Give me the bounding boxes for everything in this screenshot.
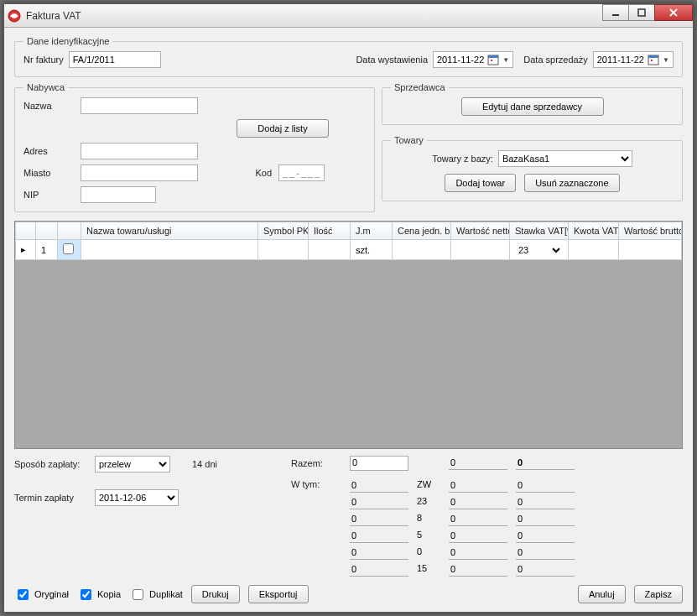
payment-term-label: Termin zapłaty (14, 493, 90, 503)
kopia-check-input[interactable] (81, 589, 91, 600)
cell-unit[interactable]: szt. (351, 240, 393, 260)
col-vat-amount[interactable]: Kwota VAT (569, 222, 619, 240)
svg-rect-4 (488, 55, 498, 58)
buyer-city-label: Miasto (23, 168, 74, 178)
buyer-city-input[interactable] (81, 164, 198, 181)
payment-term-picker[interactable]: 2011-12-06 (95, 489, 179, 506)
remove-goods-button[interactable]: Usuń zaznaczone (524, 174, 619, 192)
buyer-addr-label: Adres (23, 146, 74, 156)
row-index: 1 (36, 240, 58, 260)
duplikat-checkbox[interactable]: Duplikat (129, 587, 183, 603)
ident-fieldset: Dane idenyfikacyjne Nr faktury Data wyst… (14, 36, 683, 77)
bd-vat: 0 (449, 496, 507, 509)
bd-net: 0 (350, 513, 408, 526)
buyer-kod-input[interactable] (278, 164, 325, 181)
duplikat-check-input[interactable] (133, 589, 143, 600)
bd-gross: 0 (516, 546, 575, 560)
goods-db-select[interactable]: BazaKasa1 (498, 150, 632, 167)
col-vat-rate[interactable]: Stawka VAT[%] (510, 222, 569, 240)
cell-symbol[interactable] (258, 240, 309, 260)
bd-gross: 0 (516, 513, 575, 526)
maximize-button[interactable] (628, 4, 655, 21)
bd-vat: 0 (449, 563, 507, 577)
vat-rate-select[interactable]: 23 (515, 244, 563, 256)
bd-gross: 0 (516, 563, 575, 577)
cell-vat-amount[interactable] (569, 240, 619, 260)
bd-rate: 8 (417, 513, 440, 526)
kopia-checkbox[interactable]: Kopia (77, 587, 121, 603)
cell-name[interactable] (81, 240, 258, 260)
grid-header-row: Nazwa towaru/usługi Symbol PKWiU Ilość J… (16, 222, 682, 240)
original-check-label: Oryginał (34, 589, 69, 599)
calendar-icon (487, 54, 499, 65)
seller-fieldset: Sprzedawca Edytuj dane sprzedawcy (382, 82, 683, 125)
svg-rect-1 (612, 14, 619, 16)
buyer-name-label: Nazwa (23, 101, 74, 111)
svg-rect-5 (491, 60, 492, 61)
col-name[interactable]: Nazwa towaru/usługi (81, 222, 258, 240)
invoice-number-input[interactable] (69, 51, 161, 68)
issue-date-value: 2011-11-22 (437, 55, 484, 65)
duplikat-check-label: Duplikat (149, 589, 183, 599)
bd-net: 0 (350, 563, 408, 577)
content-area: Dane idenyfikacyjne Nr faktury Data wyst… (4, 28, 693, 612)
payment-method-label: Sposób zapłaty: (14, 459, 90, 469)
cell-vat-rate[interactable]: 23 (510, 240, 569, 260)
add-goods-button[interactable]: Dodaj towar (445, 174, 516, 192)
sale-date-value: 2011-11-22 (597, 55, 644, 65)
print-button[interactable]: Drukuj (191, 585, 240, 603)
window-title: Faktura VAT (26, 10, 81, 22)
col-net[interactable]: Wartość netto (451, 222, 510, 240)
window-buttons (603, 4, 693, 21)
cell-gross[interactable] (619, 240, 682, 260)
close-button[interactable] (654, 4, 693, 21)
col-gross[interactable]: Wartość brutto (619, 222, 682, 240)
buyer-nip-input[interactable] (81, 186, 156, 203)
sale-date-label: Data sprzedaży (523, 55, 587, 65)
col-unit-gross[interactable]: Cena jedn. brutto (393, 222, 451, 240)
original-check-input[interactable] (18, 589, 29, 600)
add-from-list-button[interactable]: Dodaj z listy (237, 119, 329, 138)
titlebar[interactable]: Faktura VAT (4, 4, 693, 28)
buyer-name-input[interactable] (81, 97, 198, 114)
calendar-icon (648, 54, 659, 65)
cell-qty[interactable] (309, 240, 351, 260)
bd-rate: 0 (417, 546, 440, 560)
goods-db-label: Towary z bazy: (432, 154, 493, 164)
issue-date-picker[interactable]: 2011-11-22 ▼ (433, 51, 513, 68)
buyer-addr-input[interactable] (81, 143, 198, 159)
footer-bar: Oryginał Kopia Duplikat Drukuj Eksportuj… (14, 577, 683, 603)
cell-net[interactable] (451, 240, 510, 260)
items-grid[interactable]: Nazwa towaru/usługi Symbol PKWiU Ilość J… (14, 221, 683, 449)
ident-legend: Dane idenyfikacyjne (23, 36, 112, 46)
total-vat: 0 (449, 457, 507, 470)
bd-rate: 15 (417, 563, 440, 577)
sale-date-picker[interactable]: 2011-11-22 ▼ (593, 51, 674, 68)
cell-unit-gross[interactable] (393, 240, 451, 260)
col-unit[interactable]: J.m (351, 222, 393, 240)
row-checkbox[interactable] (63, 243, 74, 254)
bd-gross: 0 (516, 530, 575, 543)
payment-days-text: 14 dni (192, 459, 217, 469)
total-gross: 0 (516, 457, 575, 470)
cancel-button[interactable]: Anuluj (578, 585, 626, 603)
chevron-down-icon: ▼ (501, 56, 511, 64)
svg-rect-8 (651, 60, 653, 61)
goods-fieldset: Towary Towary z bazy: BazaKasa1 Dodaj to… (382, 135, 683, 201)
bd-vat: 0 (449, 546, 507, 560)
buyer-fieldset: Nabywca Nazwa Dodaj z listy Adres Miasto… (14, 82, 375, 212)
minimize-button[interactable] (602, 4, 629, 21)
col-qty[interactable]: Ilość (309, 222, 351, 240)
original-checkbox[interactable]: Oryginał (14, 587, 69, 603)
save-button[interactable]: Zapisz (634, 585, 683, 603)
payment-method-select[interactable]: przelew (95, 456, 170, 472)
row-indicator-icon: ▸ (16, 240, 36, 260)
table-row[interactable]: ▸ 1 szt. 23 (16, 240, 682, 260)
goods-legend: Towary (391, 135, 427, 145)
seller-legend: Sprzedawca (391, 82, 449, 92)
col-symbol[interactable]: Symbol PKWiU (258, 222, 309, 240)
app-window: Faktura VAT Dane idenyfikacyjne Nr faktu… (3, 3, 694, 613)
edit-seller-button[interactable]: Edytuj dane sprzedawcy (461, 97, 604, 116)
app-icon (8, 9, 21, 23)
export-button[interactable]: Eksportuj (248, 585, 309, 603)
